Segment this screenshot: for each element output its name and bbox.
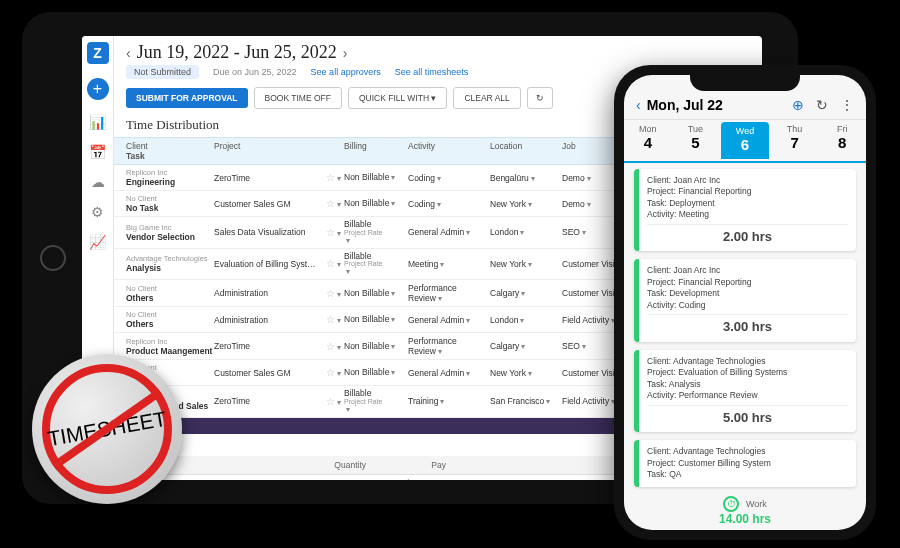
app-logo[interactable]: Z — [87, 42, 109, 64]
star-icon[interactable]: ☆ — [326, 288, 335, 299]
add-entry-icon[interactable]: ⊕ — [792, 97, 804, 113]
star-icon[interactable]: ☆ — [326, 258, 335, 269]
summary-col-qty: Quantity — [306, 460, 366, 470]
footer-hours: 14.00 hrs — [628, 512, 862, 526]
cloud-icon[interactable]: ☁ — [90, 174, 106, 190]
time-entry[interactable]: Client: Advantage TechnologiesProject: C… — [634, 440, 856, 486]
day-cell[interactable]: Tue5 — [672, 120, 720, 161]
phone-notch — [690, 73, 800, 91]
prev-week-button[interactable]: ‹ — [126, 45, 131, 61]
status-pill: Not Submitted — [126, 65, 199, 79]
refresh-button[interactable]: ↻ — [527, 87, 553, 109]
sync-icon[interactable]: ↻ — [816, 97, 828, 113]
time-entry[interactable]: Client: Advantage TechnologiesProject: E… — [634, 350, 856, 432]
due-label: Due on Jun 25, 2022 — [213, 67, 297, 77]
add-button[interactable]: + — [87, 78, 109, 100]
col-client: Client — [126, 141, 214, 151]
day-cell[interactable]: Thu7 — [771, 120, 819, 161]
day-strip: Mon4Tue5Wed6Thu7Fri8 — [624, 119, 866, 163]
summary-col-pay: Pay — [366, 460, 446, 470]
star-icon[interactable]: ☆ — [326, 367, 335, 378]
calendar-icon[interactable]: 📅 — [90, 144, 106, 160]
more-icon[interactable]: ⋮ — [840, 97, 854, 113]
gear-icon[interactable]: ⚙ — [90, 204, 106, 220]
no-timesheet-badge: TIMESHEET — [32, 354, 182, 504]
work-icon: ⏱ — [723, 496, 739, 512]
day-cell[interactable]: Fri8 — [818, 120, 866, 161]
star-icon[interactable]: ☆ — [326, 198, 335, 209]
col-project: Project — [214, 141, 326, 161]
col-task: Task — [126, 151, 145, 161]
see-approvers-link[interactable]: See all approvers — [311, 67, 381, 77]
star-icon[interactable]: ☆ — [326, 341, 335, 352]
star-icon[interactable]: ☆ — [326, 314, 335, 325]
day-cell[interactable]: Mon4 — [624, 120, 672, 161]
tablet-home-button[interactable] — [40, 245, 66, 271]
date-nav: ‹ Jun 19, 2022 - Jun 25, 2022 › — [114, 36, 762, 65]
see-timesheets-link[interactable]: See all timesheets — [395, 67, 469, 77]
phone-footer: ⏱ Work 14.00 hrs — [624, 492, 866, 530]
quick-fill-button[interactable]: QUICK FILL WITH ▾ — [348, 87, 447, 109]
summary-pay: $ 2,050.00 — [366, 478, 446, 481]
time-entry[interactable]: Client: Joan Arc IncProject: Financial R… — [634, 169, 856, 251]
star-icon[interactable]: ☆ — [326, 172, 335, 183]
footer-label: Work — [746, 499, 767, 509]
summary-qty: 40.00 — [306, 478, 366, 481]
next-week-button[interactable]: › — [343, 45, 348, 61]
phone-device: ‹ Mon, Jul 22 ⊕ ↻ ⋮ Mon4Tue5Wed6Thu7Fri8… — [614, 65, 876, 540]
entries-list: Client: Joan Arc IncProject: Financial R… — [624, 163, 866, 492]
chart-icon[interactable]: 📊 — [90, 114, 106, 130]
col-activity: Activity — [408, 141, 490, 161]
clear-all-button[interactable]: CLEAR ALL — [453, 87, 520, 109]
back-icon[interactable]: ‹ — [636, 97, 641, 113]
date-range-title: Jun 19, 2022 - Jun 25, 2022 — [137, 42, 337, 63]
col-billing: Billing — [344, 141, 408, 161]
star-icon[interactable]: ☆ — [326, 396, 335, 407]
trend-icon[interactable]: 📈 — [90, 234, 106, 250]
submit-button[interactable]: SUBMIT FOR APPROVAL — [126, 88, 248, 108]
time-entry[interactable]: Client: Joan Arc IncProject: Financial R… — [634, 259, 856, 341]
book-timeoff-button[interactable]: BOOK TIME OFF — [254, 87, 342, 109]
day-cell[interactable]: Wed6 — [721, 122, 769, 159]
phone-screen: ‹ Mon, Jul 22 ⊕ ↻ ⋮ Mon4Tue5Wed6Thu7Fri8… — [624, 75, 866, 530]
col-location: Location — [490, 141, 562, 161]
star-icon[interactable]: ☆ — [326, 227, 335, 238]
phone-date-title: Mon, Jul 22 — [647, 97, 780, 113]
